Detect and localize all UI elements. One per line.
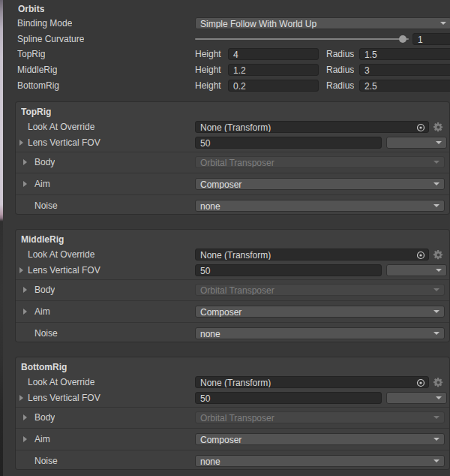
height-field[interactable]: 4 bbox=[228, 48, 319, 60]
body-foldout[interactable] bbox=[23, 159, 27, 165]
rig-title: TopRig bbox=[21, 106, 51, 119]
aim-dropdown[interactable]: Composer bbox=[195, 306, 445, 318]
height-field[interactable]: 0.2 bbox=[228, 80, 319, 92]
chevron-down-icon bbox=[436, 269, 442, 272]
look-at-override-label: Look At Override bbox=[28, 249, 94, 261]
orbits-header: Orbits bbox=[18, 3, 44, 16]
chevron-down-icon bbox=[434, 204, 440, 207]
divider bbox=[16, 173, 449, 173]
lens-vertical-fov-field[interactable]: 50 bbox=[195, 264, 382, 276]
look-at-override-label: Look At Override bbox=[28, 376, 94, 389]
orbit-rig-name: MiddleRig bbox=[17, 64, 57, 77]
radius-field[interactable]: 1.5 bbox=[359, 48, 450, 60]
lens-preset-dropdown[interactable] bbox=[386, 392, 447, 404]
chevron-down-icon bbox=[436, 396, 442, 399]
body-label: Body bbox=[34, 284, 55, 297]
spline-curvature-label: Spline Curvature bbox=[17, 33, 84, 46]
aim-dropdown[interactable]: Composer bbox=[195, 178, 445, 190]
aim-foldout[interactable] bbox=[23, 436, 27, 442]
chevron-down-icon bbox=[434, 310, 440, 313]
radius-field[interactable]: 3 bbox=[359, 64, 450, 76]
rig-title: BottomRig bbox=[21, 361, 67, 374]
noise-value: none bbox=[200, 201, 220, 212]
look-at-override-field[interactable]: None (Transform) bbox=[195, 376, 429, 388]
body-value: Orbital Transposer bbox=[200, 158, 274, 168]
slider-thumb[interactable] bbox=[399, 35, 406, 43]
look-at-override-label: Look At Override bbox=[28, 121, 94, 134]
spline-curvature-value-field[interactable]: 1 bbox=[412, 33, 450, 45]
slider-track[interactable] bbox=[195, 38, 409, 40]
aim-label: Aim bbox=[34, 433, 50, 446]
orbit-rig-row: TopRig Height 4 Radius 1.5 bbox=[0, 48, 450, 61]
chevron-down-icon bbox=[436, 141, 442, 144]
chevron-down-icon bbox=[434, 161, 440, 164]
noise-dropdown[interactable]: none bbox=[195, 327, 445, 339]
gear-icon[interactable] bbox=[434, 250, 443, 260]
aim-dropdown[interactable]: Composer bbox=[195, 433, 445, 445]
noise-value: none bbox=[200, 329, 220, 339]
radius-label: Radius bbox=[326, 48, 354, 61]
aim-value: Composer bbox=[200, 179, 242, 190]
body-label: Body bbox=[34, 411, 55, 424]
lens-preset-dropdown[interactable] bbox=[386, 264, 447, 276]
divider bbox=[16, 322, 449, 323]
chevron-down-icon bbox=[440, 22, 446, 25]
binding-mode-value: Simple Follow With World Up bbox=[200, 19, 316, 29]
divider bbox=[16, 279, 449, 280]
lens-vertical-fov-foldout[interactable] bbox=[20, 395, 23, 401]
body-foldout[interactable] bbox=[23, 287, 27, 293]
chevron-down-icon bbox=[434, 459, 440, 462]
object-picker-icon[interactable] bbox=[416, 251, 425, 260]
noise-dropdown[interactable]: none bbox=[195, 200, 445, 212]
divider bbox=[16, 450, 449, 450]
divider bbox=[16, 152, 449, 152]
binding-mode-dropdown[interactable]: Simple Follow With World Up bbox=[195, 17, 450, 29]
gear-icon[interactable] bbox=[434, 122, 443, 132]
body-dropdown: Orbital Transposer bbox=[195, 156, 445, 168]
lens-vertical-fov-foldout[interactable] bbox=[20, 140, 23, 146]
gear-icon[interactable] bbox=[434, 378, 443, 387]
look-at-override-field[interactable]: None (Transform) bbox=[195, 249, 429, 261]
lens-vertical-fov-field[interactable]: 50 bbox=[195, 137, 382, 149]
look-at-override-value: None (Transform) bbox=[200, 250, 271, 261]
radius-field[interactable]: 2.5 bbox=[359, 80, 450, 92]
noise-label: Noise bbox=[34, 200, 58, 212]
lens-vertical-fov-label: Lens Vertical FOV bbox=[28, 137, 100, 149]
height-label: Height bbox=[195, 80, 221, 92]
rig-title: MiddleRig bbox=[21, 233, 64, 246]
object-picker-icon[interactable] bbox=[416, 378, 425, 387]
chevron-down-icon bbox=[434, 288, 440, 291]
body-value: Orbital Transposer bbox=[200, 285, 274, 296]
aim-label: Aim bbox=[34, 306, 50, 318]
body-dropdown: Orbital Transposer bbox=[195, 411, 445, 423]
orbit-rig-row: MiddleRig Height 1.2 Radius 3 bbox=[0, 64, 450, 77]
noise-value: none bbox=[200, 456, 220, 467]
noise-label: Noise bbox=[34, 327, 58, 340]
body-dropdown: Orbital Transposer bbox=[195, 284, 445, 296]
height-label: Height bbox=[195, 64, 221, 77]
lens-vertical-fov-field[interactable]: 50 bbox=[195, 392, 382, 404]
aim-foldout[interactable] bbox=[23, 309, 27, 315]
orbit-rig-row: BottomRig Height 0.2 Radius 2.5 bbox=[0, 80, 450, 92]
chevron-down-icon bbox=[434, 332, 440, 335]
rig-section-toprig: TopRig Look At Override None (Transform)… bbox=[16, 102, 449, 214]
lens-vertical-fov-foldout[interactable] bbox=[20, 267, 23, 273]
lens-vertical-fov-label: Lens Vertical FOV bbox=[28, 264, 100, 277]
chevron-down-icon bbox=[434, 416, 440, 419]
object-picker-icon[interactable] bbox=[416, 123, 425, 132]
spline-curvature-slider[interactable] bbox=[195, 33, 409, 46]
lens-preset-dropdown[interactable] bbox=[386, 137, 447, 149]
rig-section-middlerig: MiddleRig Look At Override None (Transfo… bbox=[16, 230, 449, 342]
noise-dropdown[interactable]: none bbox=[195, 455, 445, 467]
aim-value: Composer bbox=[200, 435, 242, 445]
aim-label: Aim bbox=[34, 178, 50, 191]
lens-vertical-fov-label: Lens Vertical FOV bbox=[28, 392, 100, 405]
aim-foldout[interactable] bbox=[23, 181, 27, 187]
binding-mode-label: Binding Mode bbox=[17, 17, 72, 30]
chevron-down-icon bbox=[434, 438, 440, 441]
look-at-override-field[interactable]: None (Transform) bbox=[195, 121, 429, 133]
radius-label: Radius bbox=[326, 64, 354, 77]
height-field[interactable]: 1.2 bbox=[228, 64, 319, 76]
divider bbox=[16, 194, 449, 195]
body-foldout[interactable] bbox=[23, 414, 27, 420]
